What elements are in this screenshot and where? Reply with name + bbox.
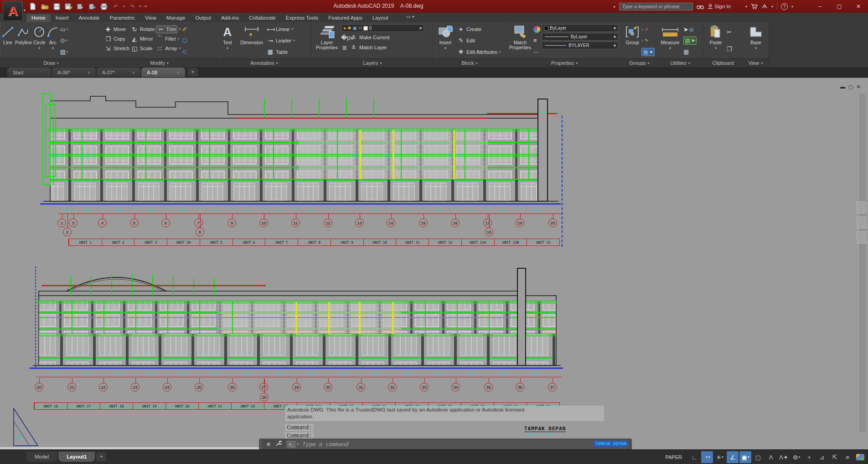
base-dropdown-icon[interactable]: ▼ <box>754 46 758 51</box>
paste-button[interactable]: Paste ▼ <box>706 23 725 58</box>
layer-properties-button[interactable]: Layer Properties <box>314 23 340 58</box>
match-layer-button[interactable]: ≣≙Match Layer <box>341 43 424 52</box>
line-button[interactable]: Line <box>2 23 14 58</box>
group-edit-icon[interactable]: ▫✎ <box>641 36 655 45</box>
grid-bubble[interactable]: 7 <box>194 219 203 227</box>
navbar-wheel-icon[interactable] <box>857 201 866 214</box>
explode-icon[interactable]: ⬡ <box>182 36 187 45</box>
grid-bubble[interactable]: 15 <box>419 219 428 227</box>
lineweight-select[interactable]: BYLAYER ▾ <box>542 42 618 49</box>
ribbon-tab[interactable]: Express Tools <box>281 14 323 22</box>
grid-bubble[interactable]: 18 <box>485 228 493 236</box>
redo-dropdown-icon[interactable]: ▾ <box>140 5 141 8</box>
panel-label-view[interactable]: View▾ <box>742 58 769 67</box>
file-tab-close-icon[interactable]: × <box>177 70 180 75</box>
grid-bubble[interactable]: 27 <box>259 383 268 391</box>
autodesk-app-store-icon[interactable] <box>761 4 768 9</box>
panel-label-layers[interactable]: Layers▾ <box>312 58 433 67</box>
command-wrench-icon[interactable] <box>274 441 284 448</box>
trim-dropdown-icon[interactable]: ▾ <box>179 27 181 31</box>
insert-button[interactable]: Insert ▼ <box>435 23 456 58</box>
file-tab[interactable]: Start <box>7 68 51 77</box>
id-point-icon[interactable]: ▦ <box>683 48 697 56</box>
command-close-icon[interactable]: ✕ <box>264 441 274 448</box>
grid-bubble[interactable]: 26 <box>228 383 237 391</box>
lineweight-dropdown-icon[interactable]: ▾ <box>614 43 616 48</box>
trim-button[interactable]: ✂Trim▾ <box>156 25 181 34</box>
model-tab[interactable]: Model <box>26 452 57 462</box>
layer-select-dropdown-icon[interactable]: ▾ <box>419 26 422 31</box>
navbar-pan-icon[interactable] <box>857 216 866 229</box>
application-menu-button[interactable]: A <box>3 1 23 21</box>
file-tab-close-icon[interactable]: × <box>88 70 90 75</box>
store-cart-icon[interactable] <box>751 4 758 10</box>
ribbon-tab[interactable]: Parametric <box>105 14 140 22</box>
grid-bubble[interactable]: 31 <box>356 383 365 391</box>
layer-thaw-icon[interactable]: ✺ <box>347 26 351 31</box>
color-wheel-icon[interactable] <box>533 26 540 33</box>
ribbon-tab[interactable]: Output <box>190 14 216 22</box>
ribbon-display-toggle[interactable]: ▭▾ <box>406 14 414 21</box>
autoscale-icon[interactable]: Λ✦ <box>778 451 790 463</box>
new-layout-button[interactable]: + <box>96 452 106 461</box>
grid-bubble[interactable]: 4 <box>98 219 107 227</box>
group-button[interactable]: ✦ Group <box>625 23 640 58</box>
edit-attributes-button[interactable]: ❖Edit Attributes▾ <box>457 47 501 57</box>
ribbon-tab[interactable]: Featured Apps <box>323 14 367 22</box>
ribbon-tab[interactable]: View <box>140 14 161 22</box>
grid-bubble[interactable]: 33 <box>420 383 429 391</box>
layer-on-icon[interactable]: ● <box>343 26 346 31</box>
grid-bubble[interactable]: 24 <box>163 383 171 391</box>
linetype-dropdown-icon[interactable]: ▾ <box>614 34 616 39</box>
grid-bubble[interactable]: 6 <box>161 219 170 227</box>
new-file-icon[interactable] <box>28 2 37 11</box>
fillet-dropdown-icon[interactable]: ▾ <box>178 37 180 41</box>
grid-bubble[interactable]: 37 <box>548 383 557 391</box>
group-selection-toggle-icon[interactable]: ▣➤ <box>641 48 655 56</box>
annotation-visibility-icon[interactable]: Λ <box>765 451 777 463</box>
grid-bubble[interactable]: 21 <box>67 383 76 391</box>
linetype-select[interactable]: ByLayer ▾ <box>542 33 618 41</box>
grid-bubble[interactable]: 20 <box>35 383 43 391</box>
ribbon-tab[interactable]: Annotate <box>73 14 104 22</box>
layer-unlock-icon[interactable]: ⊓ <box>358 26 362 31</box>
ribbon-tab[interactable]: Layout <box>367 14 393 22</box>
panel-label-draw[interactable]: Draw▾ <box>0 58 102 67</box>
quick-properties-icon[interactable]: ⊿ <box>816 451 828 463</box>
sign-in-dropdown-icon[interactable]: ▾ <box>745 5 747 9</box>
grid-bubble[interactable]: 32 <box>388 383 397 391</box>
grid-bubble[interactable]: 9 <box>227 219 236 227</box>
grid-bubble[interactable]: 30 <box>324 383 332 391</box>
quick-calculator-icon[interactable]: ▩➤ <box>683 36 697 45</box>
grid-bubble[interactable]: 8 <box>196 228 204 236</box>
grid-bubble[interactable]: 13 <box>355 219 364 227</box>
file-tab[interactable]: A-07* × <box>97 68 140 77</box>
linear-dimension-button[interactable]: ⟷Linear▾ <box>267 25 293 34</box>
command-bar-grip[interactable] <box>259 439 264 449</box>
grid-bubble[interactable]: 2 <box>63 228 72 236</box>
panel-label-annotation[interactable]: Annotation▾ <box>217 58 312 67</box>
grid-bubble[interactable]: 22 <box>99 383 108 391</box>
help-icon[interactable]: ? <box>781 3 788 10</box>
grid-bubble[interactable]: 11 <box>291 219 300 227</box>
edit-block-button[interactable]: ✎Edit <box>457 36 475 45</box>
command-input[interactable]: >_ ▾ Type a command ▲ <box>285 440 630 449</box>
grid-bubble[interactable]: 34 <box>451 383 460 391</box>
help-dropdown-icon[interactable]: ▾ <box>791 5 793 9</box>
circle-button[interactable]: Circle ▼ <box>33 23 46 58</box>
selection-cycling-icon[interactable]: ▢ <box>752 451 764 463</box>
mirror-button[interactable]: ◭Mirror <box>131 34 155 43</box>
search-binoculars-icon[interactable] <box>697 4 704 9</box>
redo-icon[interactable]: ↷ <box>128 2 137 11</box>
save-as-icon[interactable] <box>64 2 73 11</box>
rectangle-tool-icon[interactable]: ▭▾ <box>60 25 68 33</box>
ribbon-tab[interactable]: Insert <box>51 14 74 22</box>
paste-dropdown-icon[interactable]: ▼ <box>714 46 718 51</box>
array-dropdown-icon[interactable]: ▾ <box>179 47 181 50</box>
paper-space-toggle[interactable]: PAPER <box>662 451 686 463</box>
circle-dropdown-icon[interactable]: ▼ <box>38 46 41 51</box>
file-tab[interactable]: A-08 × <box>141 68 185 77</box>
isometric-drafting-icon[interactable]: ✳ ▾ <box>714 451 726 463</box>
text-dropdown-icon[interactable]: ▼ <box>226 46 229 51</box>
ellipse-tool-icon[interactable]: ⊙▾ <box>60 36 68 45</box>
